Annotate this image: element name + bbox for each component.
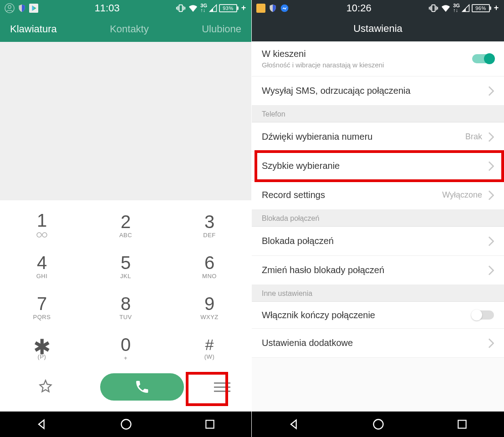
- key-5[interactable]: 5JKL: [89, 247, 162, 286]
- shield-icon: [268, 4, 277, 13]
- network-3g-label: 3G↑↓: [453, 4, 460, 13]
- vibrate-icon: [176, 3, 186, 13]
- setting-block-password[interactable]: Zmień hasło blokady połączeń: [252, 256, 504, 285]
- settings-list: W kieszeni Głośność i wibracje narastają…: [252, 41, 504, 412]
- nav-home-button[interactable]: [372, 418, 385, 431]
- svg-point-6: [121, 420, 131, 429]
- dialer-display: [0, 42, 251, 200]
- signal-icon: [462, 4, 470, 12]
- svg-rect-7: [206, 420, 214, 428]
- phone-icon: [134, 379, 150, 395]
- setting-call-block[interactable]: Blokada połączeń: [252, 227, 504, 256]
- nav-back-button[interactable]: [288, 418, 300, 431]
- key-4[interactable]: 4GHI: [5, 247, 78, 286]
- key-3[interactable]: 3DEF: [173, 206, 246, 245]
- tab-contacts[interactable]: Kontakty: [110, 23, 149, 35]
- settings-screen: 10:26 3G↑↓ 96% + Ustawienia W kieszeni G…: [252, 0, 504, 437]
- navigation-bar: [0, 412, 251, 437]
- key-2[interactable]: 2ABC: [89, 206, 162, 245]
- setting-dialtones[interactable]: Dźwięki wybierania numeru Brak: [252, 122, 504, 152]
- key-6[interactable]: 6MNO: [173, 247, 246, 286]
- svg-rect-10: [432, 5, 435, 11]
- menu-icon: [214, 382, 230, 384]
- star-icon: [39, 379, 52, 393]
- svg-point-11: [373, 420, 383, 429]
- wifi-icon: [188, 3, 199, 14]
- chevron-right-icon: [488, 338, 494, 348]
- section-other: Inne ustawienia: [252, 285, 504, 302]
- messenger-icon: [280, 4, 289, 13]
- charging-icon: +: [493, 5, 499, 11]
- network-3g-label: 3G↑↓: [200, 4, 207, 13]
- key-1[interactable]: 1: [5, 206, 78, 245]
- chevron-right-icon: [488, 236, 494, 246]
- key-7[interactable]: 7PQRS: [5, 288, 78, 327]
- setting-additional[interactable]: Ustawienia dodatkowe: [252, 329, 504, 358]
- chevron-right-icon: [488, 161, 494, 171]
- setting-record[interactable]: Record settings Wyłączone: [252, 181, 504, 210]
- status-bar: 11:03 3G↑↓ 93% +: [0, 0, 251, 16]
- chevron-right-icon: [488, 132, 494, 142]
- key-hash[interactable]: #(W): [173, 329, 246, 368]
- star-button[interactable]: [9, 379, 82, 395]
- status-bar: 10:26 3G↑↓ 96% +: [252, 0, 504, 16]
- dialer-keypad: 1 2ABC 3DEF 4GHI 5JKL 6MNO 7PQRS 8TUV 9W…: [0, 200, 251, 412]
- clock: 11:03: [38, 2, 176, 14]
- nav-recent-button[interactable]: [456, 418, 468, 430]
- nav-home-button[interactable]: [120, 418, 132, 431]
- nav-back-button[interactable]: [36, 418, 48, 431]
- key-8[interactable]: 8TUV: [89, 288, 162, 327]
- setting-power-end-call[interactable]: Włącznik kończy połączenie: [252, 302, 504, 329]
- wifi-icon: [440, 3, 451, 14]
- chevron-right-icon: [488, 190, 494, 200]
- shield-icon: [17, 4, 26, 13]
- tab-keyboard[interactable]: Klawiatura: [10, 23, 57, 35]
- vibrate-icon: [428, 3, 438, 13]
- key-9[interactable]: 9WXYZ: [173, 288, 246, 327]
- key-0[interactable]: 0+: [89, 329, 162, 368]
- tab-favorites[interactable]: Ulubione: [202, 23, 241, 35]
- dialer-screen: 11:03 3G↑↓ 93% + Klawiatura Kontakty Ulu…: [0, 0, 252, 437]
- nav-recent-button[interactable]: [204, 418, 216, 430]
- app-icon: [256, 4, 265, 13]
- toggle-power-end[interactable]: [472, 310, 494, 320]
- chevron-right-icon: [488, 265, 494, 275]
- svg-point-1: [8, 5, 11, 8]
- battery-indicator: 93%: [219, 4, 239, 12]
- toggle-pocket[interactable]: [472, 54, 494, 63]
- svg-point-5: [42, 233, 47, 237]
- clock: 10:26: [289, 2, 428, 14]
- section-call-block: Blokada połączeń: [252, 210, 504, 227]
- contact-icon: [5, 3, 15, 13]
- svg-rect-3: [179, 5, 183, 11]
- call-button[interactable]: [100, 373, 184, 401]
- signal-icon: [209, 4, 217, 12]
- section-phone: Telefon: [252, 106, 504, 122]
- setting-speed-dial[interactable]: Szybkie wybieranie: [252, 152, 504, 181]
- play-store-icon: [29, 4, 38, 13]
- key-star[interactable]: ✱(P): [5, 329, 78, 368]
- page-title: Ustawienia: [252, 16, 504, 41]
- svg-point-4: [37, 233, 41, 237]
- battery-indicator: 96%: [472, 4, 491, 12]
- menu-button[interactable]: [202, 373, 242, 401]
- charging-icon: +: [240, 5, 247, 11]
- svg-rect-12: [458, 420, 466, 428]
- chevron-right-icon: [488, 86, 494, 96]
- setting-sms-reject[interactable]: Wysyłaj SMS, odrzucając połączenia: [252, 76, 504, 106]
- svg-rect-8: [256, 4, 265, 13]
- dialer-tabs: Klawiatura Kontakty Ulubione: [0, 16, 251, 42]
- setting-pocket[interactable]: W kieszeni Głośność i wibracje narastają…: [252, 41, 504, 76]
- navigation-bar: [252, 412, 504, 437]
